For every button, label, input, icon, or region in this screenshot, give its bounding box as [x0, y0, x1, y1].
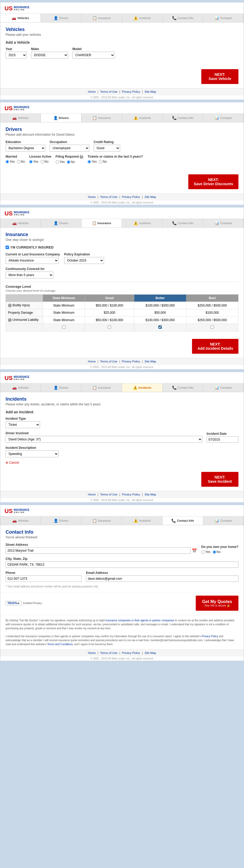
save-vehicle-button[interactable]: NEXT: Save Vehicle [201, 69, 238, 84]
nav5-drivers[interactable]: 👤 Drivers [41, 517, 81, 525]
nav4-incidents[interactable]: ⚠️ Incidents [122, 383, 163, 392]
uninsured-label: i Uninsured Liability [6, 316, 43, 324]
home-link-2[interactable]: Home [88, 195, 96, 198]
calendar-icon[interactable]: 📅 [192, 548, 197, 553]
nav3-compare[interactable]: 📊 Compare [203, 219, 244, 227]
save-driver-button[interactable]: NEXT: Save Driver Discounts [188, 174, 238, 189]
insured-checkbox[interactable] [6, 246, 9, 249]
tickets-yes-radio[interactable] [87, 160, 91, 163]
copyright-3: © 2005 - 2015 All Web Leads, Inc., all r… [0, 365, 244, 369]
drivers-icon-2: 👤 [53, 116, 58, 120]
education-select[interactable]: Bachelors DegreeHigh SchoolMasters Degre… [6, 145, 45, 152]
terms-conditions-link[interactable]: Terms and Conditions [47, 643, 73, 646]
sitemap-link-5[interactable]: Site Map [144, 651, 156, 654]
phone-input[interactable] [6, 576, 82, 582]
expiry-select[interactable]: October 2015November 2015December 2015 [64, 257, 104, 264]
select-better[interactable] [158, 326, 162, 329]
bodily-info-icon[interactable]: i [8, 304, 12, 307]
insurance-companies-link[interactable]: insurance companies or their agents or p… [106, 619, 174, 622]
incident-type-select[interactable]: TicketAccidentClaim [6, 421, 40, 428]
nav5-incidents[interactable]: ⚠️ Incidents [122, 517, 163, 525]
nav3-drivers[interactable]: 👤 Drivers [41, 219, 81, 227]
married-yes-radio[interactable] [6, 160, 9, 163]
nav5-insurance[interactable]: 📋 Insurance [81, 517, 122, 525]
sitemap-link-1[interactable]: Site Map [144, 90, 156, 93]
city-input[interactable] [6, 561, 238, 568]
license-yes-radio[interactable] [29, 160, 33, 163]
th-empty [6, 294, 43, 302]
home-link-3[interactable]: Home [88, 360, 96, 363]
nav5-compare[interactable]: 📊 Compare [203, 517, 244, 525]
street-input[interactable] [6, 548, 191, 554]
sitemap-link-3[interactable]: Site Map [144, 360, 156, 363]
tickets-no-radio[interactable] [99, 160, 102, 163]
home-link-1[interactable]: Home [88, 90, 96, 93]
terms-link-3[interactable]: Terms of Use [100, 360, 117, 363]
nav-drivers[interactable]: 👤 Drivers [41, 14, 81, 22]
covered-select[interactable]: More than 5 years1-2 years3-5 yearsLess … [6, 272, 53, 278]
select-best[interactable] [211, 326, 214, 329]
save-incident-button[interactable]: NEXT: Save Incident [201, 472, 238, 487]
nav-insurance[interactable]: 📋 Insurance [81, 14, 122, 22]
incident-desc-select[interactable]: SpeedingRunning Red LightDUI [6, 451, 59, 457]
privacy-link-5[interactable]: Privacy Policy [122, 651, 140, 654]
contact-row-1: Street Address 📅 Do you own your home? Y… [6, 543, 238, 554]
driver-involved-select[interactable]: David Debus (Age: 37) [6, 436, 202, 443]
nav2-insurance[interactable]: 📋 Insurance [81, 114, 122, 122]
own-no-radio[interactable] [213, 550, 216, 554]
nav3-incidents[interactable]: ⚠️ Incidents [122, 219, 163, 227]
model-select[interactable]: CHARGERCHALLENGERDART [73, 52, 115, 59]
home-link-4[interactable]: Home [88, 493, 96, 496]
select-min[interactable] [62, 326, 65, 329]
nav-compare[interactable]: 📊 Compare [203, 14, 244, 22]
filing-info-icon[interactable]: ? [80, 155, 83, 159]
terms-link-5[interactable]: Terms of Use [100, 651, 117, 654]
occupation-select[interactable]: UnemployedEmployedSelf-Employed [50, 145, 89, 152]
nav4-vehicles[interactable]: 🚗 Vehicles [0, 383, 41, 392]
privacy-link-3[interactable]: Privacy Policy [122, 360, 140, 363]
license-no-radio[interactable] [40, 160, 44, 163]
privacy-link-4[interactable]: Privacy Policy [122, 493, 140, 496]
terms-link-2[interactable]: Terms of Use [100, 195, 117, 198]
privacy-link-2[interactable]: Privacy Policy [122, 195, 140, 198]
uninsured-info-icon[interactable]: i [8, 318, 12, 322]
terms-link-1[interactable]: Terms of Use [100, 90, 117, 93]
select-good[interactable] [108, 326, 111, 329]
nav2-incidents[interactable]: ⚠️ Incidents [122, 114, 163, 122]
nav4-drivers[interactable]: 👤 Drivers [41, 383, 81, 392]
nav2-compare[interactable]: 📊 Compare [203, 114, 244, 122]
filing-yes-radio[interactable] [56, 160, 59, 164]
nav3-vehicles[interactable]: 🚗 Vehicles [0, 219, 41, 227]
make-select[interactable]: DODGEFORDCHEVY [31, 52, 68, 59]
nav-incidents[interactable]: ⚠️ Incidents [122, 14, 163, 22]
sitemap-link-2[interactable]: Site Map [144, 195, 156, 198]
nav5-contact[interactable]: 📞 Contact Info [163, 517, 203, 525]
insurer-select[interactable]: Allstate InsuranceState FarmGEICO [6, 257, 59, 264]
nav3-contact[interactable]: 📞 Contact Info [163, 219, 203, 227]
incident-date-input[interactable] [207, 436, 238, 443]
year-select[interactable]: 2015201420132012 [6, 52, 27, 59]
credit-select[interactable]: GoodExcellentFairPoor [93, 145, 120, 152]
nav2-contact[interactable]: 📞 Contact Info [163, 114, 203, 122]
privacy-link-1[interactable]: Privacy Policy [122, 90, 140, 93]
nav2-drivers[interactable]: 👤 Drivers [41, 114, 81, 122]
married-no-radio[interactable] [17, 160, 21, 163]
nav4-compare[interactable]: 📊 Compare [203, 383, 244, 392]
privacy-policy-link-5[interactable]: Privacy Policy [201, 635, 218, 638]
nav2-vehicles[interactable]: 🚗 Vehicles [0, 114, 41, 122]
nav3-insurance[interactable]: 📋 Insurance [81, 219, 122, 227]
home-link-5[interactable]: Home [88, 651, 96, 654]
add-incident-button[interactable]: NEXT: Add Incident Details [192, 339, 238, 354]
filing-no-radio[interactable] [67, 160, 70, 164]
sitemap-link-4[interactable]: Site Map [144, 493, 156, 496]
nav5-vehicles[interactable]: 🚗 Vehicles [0, 517, 41, 525]
email-input[interactable] [86, 576, 238, 582]
nav-contact[interactable]: 📞 Contact Info [163, 14, 203, 22]
nav4-contact[interactable]: 📞 Contact Info [163, 383, 203, 392]
nav-vehicles[interactable]: 🚗 Vehicles [0, 14, 41, 22]
cancel-link[interactable]: ⊗ Cancel [6, 461, 19, 464]
own-yes-radio[interactable] [201, 550, 205, 554]
get-quotes-button[interactable]: Get My Quotes Your info is secure 🔒 [196, 596, 238, 611]
terms-link-4[interactable]: Terms of Use [100, 493, 117, 496]
nav4-insurance[interactable]: 📋 Insurance [81, 383, 122, 392]
